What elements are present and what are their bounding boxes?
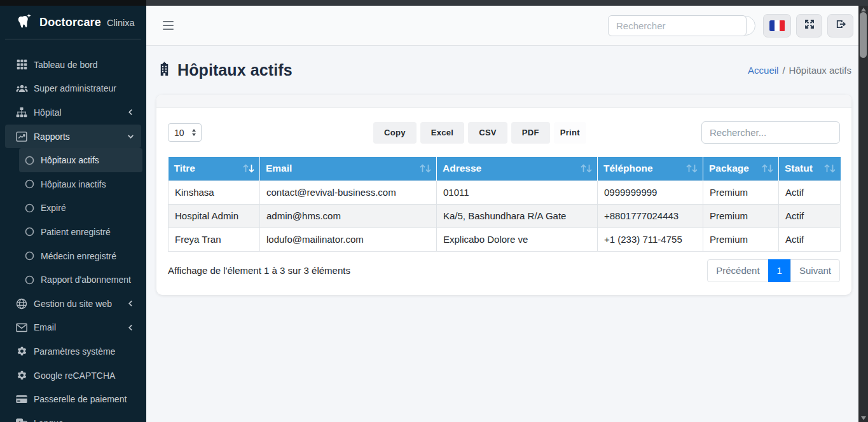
circle-icon (24, 275, 34, 285)
sort-icon (686, 164, 698, 173)
circle-icon (24, 251, 34, 261)
french-flag-icon (769, 20, 785, 31)
chevron-left-icon (127, 108, 135, 116)
language-icon: A (15, 418, 28, 422)
scrollbar-down-arrow[interactable] (861, 416, 866, 420)
grid-icon (15, 59, 28, 70)
export-print-button[interactable]: Print (554, 122, 586, 144)
expand-arrows-icon (804, 18, 815, 32)
credit-card-icon (15, 395, 28, 404)
tooth-logo-icon (16, 13, 34, 33)
page-title: Hôpitaux actifs (158, 61, 293, 79)
sidebar-item-rapport-d-abonnement[interactable]: Rapport d'abonnement (19, 268, 142, 292)
table-row: Kinshasacontact@revival-business.com0101… (169, 180, 841, 204)
sidebar-item-rapports[interactable]: Rapports (5, 125, 141, 149)
page-length-select[interactable]: 10 (168, 123, 202, 142)
export-csv-button[interactable]: CSV (468, 122, 507, 144)
sidebar-nav: Tableau de bordSuper administrateurHôpit… (0, 39, 146, 422)
top-navbar (146, 6, 858, 46)
logout-button[interactable] (827, 14, 853, 37)
sidebar-item-google-recaptcha[interactable]: Google reCAPTCHA (5, 364, 141, 388)
column-header-email[interactable]: Email (260, 157, 437, 180)
column-header-statut[interactable]: Statut (779, 157, 841, 180)
table-search (701, 121, 840, 144)
column-header-adresse[interactable]: Adresse (437, 157, 598, 180)
scrollbar-up-arrow[interactable] (861, 8, 866, 11)
scrollbar-thumb[interactable] (860, 12, 867, 58)
pagination: Précédent 1 Suivant (707, 259, 840, 282)
sidebar-item-patient-enregistr-[interactable]: Patient enregistré (19, 220, 142, 244)
column-header-package[interactable]: Package (703, 157, 779, 180)
sort-icon (420, 164, 431, 173)
brand-name: Doctorcare (39, 16, 101, 29)
sidebar-item-expir-[interactable]: Expiré (19, 196, 142, 221)
sidebar-item-langue[interactable]: ALangue (5, 411, 141, 422)
breadcrumb-current: Hôpitaux actifs (789, 65, 851, 76)
sidebar: Doctorcare Clinixa Tableau de bordSuper … (0, 6, 146, 422)
sidebar-item-m-decin-enregistr-[interactable]: Médecin enregistré (19, 244, 142, 268)
sort-icon (824, 164, 836, 173)
sidebar-item-h-pitaux-actifs[interactable]: Hôpitaux actifs (19, 148, 142, 172)
table-row: Hospital Adminadmin@hms.comKa/5, Bashund… (169, 204, 841, 228)
window-top-strip-left (0, 0, 146, 6)
table-info: Affichage de l'élement 1 à 3 sur 3 éléme… (168, 265, 350, 276)
main-content: Hôpitaux actifs Accueil/Hôpitaux actifs … (146, 46, 858, 422)
pagination-page-1[interactable]: 1 (768, 259, 791, 282)
sidebar-item-gestion-du-site-web[interactable]: Gestion du site web (5, 292, 141, 316)
language-flag-button[interactable] (763, 14, 791, 37)
chevron-left-icon (127, 323, 135, 332)
globe-icon (15, 298, 28, 310)
sidebar-item-super-administrateur[interactable]: Super administrateur (5, 77, 141, 101)
brand-suffix: Clinixa (107, 18, 135, 28)
sign-out-icon (835, 18, 846, 32)
circle-icon (24, 227, 34, 236)
sidebar-item-h-pitaux-inactifs[interactable]: Hôpitaux inactifs (19, 172, 142, 196)
menu-toggle-icon[interactable] (159, 17, 177, 34)
export-excel-button[interactable]: Excel (420, 122, 464, 144)
fullscreen-button[interactable] (796, 14, 822, 37)
select-stepper-icon (192, 129, 196, 136)
hospital-building-icon (158, 62, 171, 79)
envelope-icon (15, 323, 28, 332)
export-copy-button[interactable]: Copy (373, 122, 417, 144)
export-pdf-button[interactable]: PDF (511, 122, 550, 144)
hospitals-table: TitreEmailAdresseTéléphonePackageStatut … (168, 157, 841, 252)
page-scrollbar[interactable] (858, 6, 868, 422)
export-buttons: CopyExcelCSVPDFPrint (373, 122, 586, 144)
breadcrumb-home-link[interactable]: Accueil (748, 65, 778, 76)
navbar-search (608, 15, 747, 36)
circle-icon (24, 179, 34, 189)
card-header (156, 95, 851, 108)
circle-icon (24, 156, 34, 165)
column-header-titre[interactable]: Titre (169, 157, 260, 180)
sort-icon (581, 164, 592, 173)
brand[interactable]: Doctorcare Clinixa (0, 6, 146, 39)
table-card: 10 CopyExcelCSVPDFPrint TitreEmailAdress… (156, 95, 851, 295)
sidebar-item-h-pital[interactable]: Hôpital (5, 100, 141, 125)
sort-icon (762, 164, 773, 173)
pagination-previous[interactable]: Précédent (707, 259, 768, 282)
sidebar-item-passerelle-de-paiement[interactable]: Passerelle de paiement (5, 387, 141, 411)
gear-icon (15, 370, 28, 381)
pagination-next[interactable]: Suivant (790, 259, 840, 282)
users-icon (15, 83, 28, 94)
sort-icon (243, 164, 254, 173)
gear-icon (15, 346, 28, 357)
breadcrumb: Accueil/Hôpitaux actifs (748, 65, 851, 76)
chevron-down-icon (127, 132, 135, 140)
table-search-input[interactable] (701, 121, 840, 144)
chevron-left-icon (127, 299, 135, 308)
chart-icon (15, 132, 28, 142)
sidebar-item-tableau-de-bord[interactable]: Tableau de bord (5, 53, 141, 77)
column-header-téléphone[interactable]: Téléphone (598, 157, 703, 180)
circle-icon (24, 203, 34, 213)
sidebar-item-param-tres-syst-me[interactable]: Paramètres système (5, 339, 141, 364)
sidebar-item-email[interactable]: Email (5, 316, 141, 340)
table-row: Freya Tranlodufo@mailinator.comExplicabo… (169, 228, 841, 251)
sitemap-icon (15, 107, 28, 118)
navbar-search-input[interactable] (608, 15, 747, 36)
